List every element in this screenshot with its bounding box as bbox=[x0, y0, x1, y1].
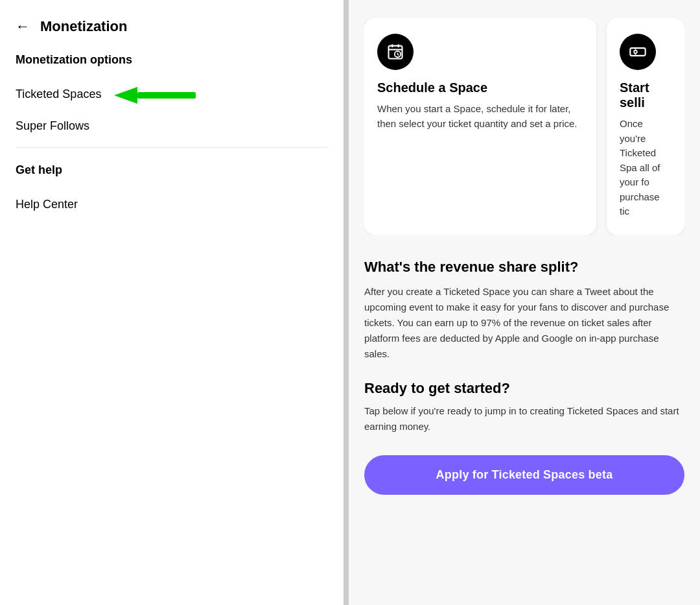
revenue-desc: After you create a Ticketed Space you ca… bbox=[364, 284, 684, 362]
ticketed-spaces-row: Ticketed Spaces bbox=[16, 78, 328, 110]
back-button[interactable]: ← Monetization bbox=[16, 18, 328, 35]
start-selling-card: Start selli Once you're Ticketed Spa all… bbox=[607, 18, 684, 235]
schedule-space-card: Schedule a Space When you start a Space,… bbox=[364, 18, 596, 235]
ready-section: Ready to get started? Tap below if you'r… bbox=[364, 380, 684, 434]
ticket-icon bbox=[629, 43, 647, 61]
start-selling-card-title: Start selli bbox=[620, 80, 671, 110]
monetization-options-header: Monetization options bbox=[16, 53, 328, 67]
sidebar-item-ticketed-spaces[interactable]: Ticketed Spaces bbox=[16, 78, 101, 110]
svg-rect-0 bbox=[137, 92, 196, 99]
revenue-section: What's the revenue share split? After yo… bbox=[364, 258, 684, 362]
sidebar-item-help-center[interactable]: Help Center bbox=[16, 189, 328, 220]
apply-cta-button[interactable]: Apply for Ticketed Spaces beta bbox=[364, 455, 684, 495]
svg-point-10 bbox=[634, 51, 637, 54]
ready-desc: Tap below if you're ready to jump in to … bbox=[364, 403, 684, 434]
revenue-title: What's the revenue share split? bbox=[364, 258, 684, 277]
get-help-header: Get help bbox=[16, 163, 328, 177]
schedule-icon-circle bbox=[377, 34, 414, 70]
left-panel: ← Monetization Monetization options Tick… bbox=[0, 0, 344, 605]
sidebar-item-super-follows[interactable]: Super Follows bbox=[16, 110, 328, 142]
right-panel: Schedule a Space When you start a Space,… bbox=[349, 0, 700, 605]
page-title: Monetization bbox=[40, 18, 127, 35]
ticket-icon-circle bbox=[620, 34, 656, 70]
calendar-clock-icon bbox=[386, 43, 404, 61]
back-arrow-icon: ← bbox=[16, 18, 30, 35]
svg-marker-1 bbox=[114, 87, 137, 104]
start-selling-card-desc: Once you're Ticketed Spa all of your fo … bbox=[620, 117, 671, 219]
schedule-card-title: Schedule a Space bbox=[377, 80, 583, 95]
green-arrow-annotation bbox=[111, 80, 215, 109]
svg-rect-9 bbox=[630, 48, 645, 56]
panel-divider bbox=[344, 0, 349, 605]
section-divider bbox=[16, 147, 328, 148]
cards-row: Schedule a Space When you start a Space,… bbox=[364, 18, 684, 235]
ready-title: Ready to get started? bbox=[364, 380, 684, 397]
schedule-card-desc: When you start a Space, schedule it for … bbox=[377, 102, 583, 131]
svg-line-8 bbox=[398, 54, 399, 55]
